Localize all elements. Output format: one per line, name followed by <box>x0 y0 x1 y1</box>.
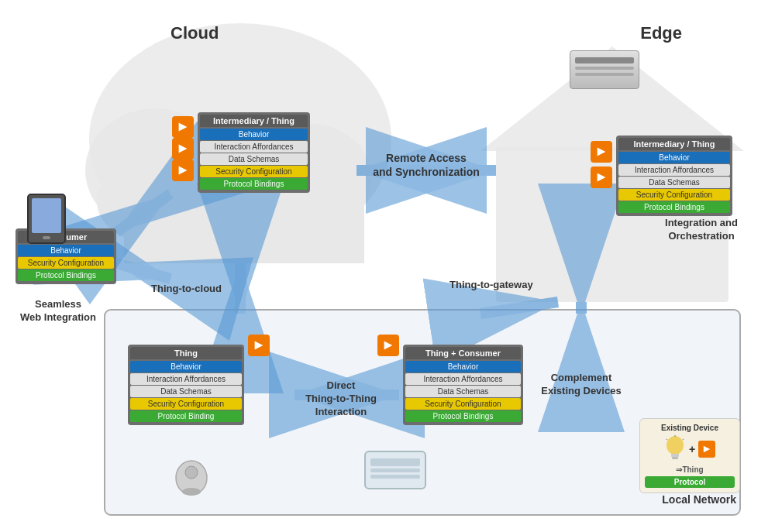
thing-data: Data Schemas <box>130 386 242 397</box>
consumer-protocol: Protocol Bindings <box>18 269 114 281</box>
thing-interaction: Interaction Affordances <box>130 373 242 385</box>
svg-line-18 <box>116 263 170 279</box>
thing-consumer-td-box: Thing + Consumer Behavior Interaction Af… <box>403 345 523 425</box>
edge-intermediary-title: Intermediary / Thing <box>618 138 730 150</box>
edge-label: Edge <box>640 23 682 43</box>
thing-consumer-protocol: Protocol Bindings <box>405 410 521 422</box>
existing-device-title: Existing Device <box>645 424 735 432</box>
wot-icon-existing <box>698 441 715 458</box>
thing-consumer-behavior: Behavior <box>405 361 521 372</box>
svg-rect-34 <box>672 457 678 459</box>
edge-intermediary-data: Data Schemas <box>618 177 730 188</box>
existing-device-protocol-label: Protocol <box>645 476 735 488</box>
svg-marker-26 <box>598 173 606 182</box>
wot-icon-thing <box>248 335 270 356</box>
cloud-label: Cloud <box>170 23 219 43</box>
svg-marker-25 <box>598 148 606 156</box>
svg-point-32 <box>666 436 684 455</box>
edge-intermediary-security: Security Configuration <box>618 189 730 201</box>
edge-intermediary-interaction: Interaction Affordances <box>618 164 730 176</box>
cloud-intermediary-data: Data Schemas <box>200 153 308 165</box>
consumer-security: Security Configuration <box>18 257 114 269</box>
thing-to-gateway-label: Thing-to-gateway <box>450 279 533 290</box>
cloud-intermediary-title: Intermediary / Thing <box>200 115 308 127</box>
svg-rect-33 <box>671 454 679 457</box>
ac-unit-icon <box>364 451 426 489</box>
thing-title: Thing <box>130 347 242 359</box>
motion-sensor-icon <box>170 451 213 497</box>
svg-point-31 <box>182 488 201 496</box>
consumer-behavior: Behavior <box>18 245 114 256</box>
svg-line-20 <box>480 302 558 314</box>
svg-marker-23 <box>179 145 188 153</box>
wot-icon-cloud-1 <box>172 116 194 138</box>
thing-consumer-interaction: Interaction Affordances <box>405 373 521 385</box>
wot-icon-cloud-3 <box>172 160 194 181</box>
svg-marker-27 <box>255 342 264 350</box>
thing-consumer-security: Security Configuration <box>405 398 521 410</box>
existing-device-arrow-label: ⇒Thing <box>645 465 735 474</box>
svg-line-36 <box>666 439 667 440</box>
thing-td-box: Thing Behavior Interaction Affordances D… <box>128 345 244 425</box>
existing-device-box: Existing Device + ⇒Thing Protocol <box>639 418 740 493</box>
thing-behavior: Behavior <box>130 361 242 372</box>
complement-existing-devices-label: ComplementExisting Devices <box>531 372 632 398</box>
thing-to-cloud-label: Thing-to-cloud <box>151 283 222 294</box>
svg-marker-22 <box>179 123 188 132</box>
direct-thing-to-thing-label: DirectThing-to-ThingInteraction <box>291 379 391 419</box>
thing-consumer-data: Data Schemas <box>405 386 521 397</box>
cloud-intermediary-protocol: Protocol Bindings <box>200 178 308 190</box>
wot-icon-cloud-2 <box>172 138 194 160</box>
edge-device-image <box>570 50 639 89</box>
seamless-web-integration-label: SeamlessWeb Integration <box>8 298 108 324</box>
wot-icon-edge-1 <box>591 141 612 163</box>
thing-consumer-title: Thing + Consumer <box>405 347 521 359</box>
edge-intermediary-td-box: Intermediary / Thing Behavior Interactio… <box>616 136 732 216</box>
svg-marker-38 <box>704 445 710 451</box>
svg-line-17 <box>116 194 170 232</box>
thing-protocol: Protocol Binding <box>130 410 242 422</box>
consumer-device-image <box>27 194 66 244</box>
bulb-icon <box>664 435 686 462</box>
local-network-label: Local Network <box>662 493 736 506</box>
cloud-intermediary-security: Security Configuration <box>200 166 308 177</box>
svg-marker-28 <box>384 342 393 350</box>
wot-icon-thing-consumer <box>377 335 399 356</box>
cloud-intermediary-td-box: Intermediary / Thing Behavior Interactio… <box>198 112 310 193</box>
svg-marker-24 <box>179 166 188 175</box>
diagram-container: Cloud Edge Intermediary / Thing Behavior… <box>0 0 775 532</box>
wot-icon-edge-2 <box>591 166 612 188</box>
integration-orchestration-label: Integration andOrchestration <box>651 217 752 243</box>
cloud-intermediary-interaction: Interaction Affordances <box>200 141 308 153</box>
thing-security: Security Configuration <box>130 398 242 410</box>
cloud-intermediary-behavior: Behavior <box>200 129 308 140</box>
edge-intermediary-behavior: Behavior <box>618 152 730 163</box>
svg-line-37 <box>683 439 684 440</box>
remote-access-label: Remote Accessand Synchronization <box>364 151 488 179</box>
svg-rect-6 <box>124 186 364 263</box>
svg-point-30 <box>185 466 198 479</box>
edge-intermediary-protocol: Protocol Bindings <box>618 201 730 213</box>
